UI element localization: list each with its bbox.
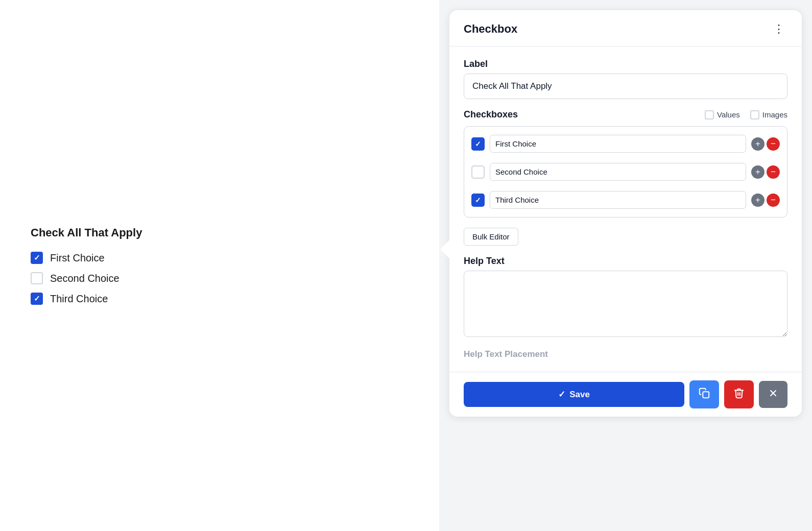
preview-label-second: Second Choice xyxy=(50,273,120,284)
copy-button[interactable] xyxy=(689,380,719,408)
preview-title: Check All That Apply xyxy=(31,226,142,239)
preview-area: Check All That Apply First Choice Second… xyxy=(0,0,444,531)
cb-input-second[interactable] xyxy=(490,163,746,181)
cb-actions-first: + − xyxy=(751,137,780,151)
right-panel: Checkbox ⋮ Label Checkboxes Values xyxy=(439,0,812,531)
help-text-input[interactable] xyxy=(464,271,787,337)
help-text-placement-section: Help Text Placement xyxy=(464,349,787,359)
preview-checkbox-first[interactable] xyxy=(31,252,43,264)
cb-box-first[interactable] xyxy=(471,137,485,151)
cb-add-third[interactable]: + xyxy=(751,194,765,207)
cb-add-second[interactable]: + xyxy=(751,165,765,179)
preview-item-second: Second Choice xyxy=(31,272,142,284)
images-label: Images xyxy=(762,110,787,119)
save-button[interactable]: ✓ Save xyxy=(464,382,684,407)
values-toggle[interactable]: Values xyxy=(705,110,740,119)
panel-title: Checkbox xyxy=(464,22,517,36)
images-toggle[interactable]: Images xyxy=(750,110,787,119)
panel-header: Checkbox ⋮ xyxy=(449,10,802,46)
label-input[interactable] xyxy=(464,74,787,99)
images-checkbox[interactable] xyxy=(750,110,759,119)
preview-checkbox-third[interactable] xyxy=(31,293,43,305)
cb-remove-first[interactable]: − xyxy=(767,137,780,151)
preview-item-third: Third Choice xyxy=(31,293,142,305)
help-text-title: Help Text xyxy=(464,256,787,267)
cb-box-second[interactable] xyxy=(471,165,485,179)
delete-button[interactable] xyxy=(724,380,754,408)
panel-body: Label Checkboxes Values Images xyxy=(449,46,802,372)
cb-add-first[interactable]: + xyxy=(751,137,765,151)
cb-actions-third: + − xyxy=(751,194,780,207)
panel-card: Checkbox ⋮ Label Checkboxes Values xyxy=(449,10,802,417)
cb-box-third[interactable] xyxy=(471,194,485,207)
preview-checkbox-second[interactable] xyxy=(31,272,43,284)
more-options-icon[interactable]: ⋮ xyxy=(770,21,787,37)
save-check-icon: ✓ xyxy=(558,389,565,400)
label-section-title: Label xyxy=(464,59,787,69)
cb-remove-second[interactable]: − xyxy=(767,165,780,179)
bulk-editor-section: Bulk Editor xyxy=(464,228,787,246)
checkbox-row-third: + − xyxy=(469,188,782,212)
preview-label-third: Third Choice xyxy=(50,293,108,305)
svg-rect-0 xyxy=(703,392,709,398)
save-label: Save xyxy=(569,390,590,400)
help-text-section: Help Text xyxy=(464,256,787,339)
trash-icon xyxy=(733,388,745,401)
checkboxes-section: Checkboxes Values Images xyxy=(464,109,787,218)
preview-label-first: First Choice xyxy=(50,252,105,264)
checkbox-row-second: + − xyxy=(469,160,782,184)
checkboxes-header: Checkboxes Values Images xyxy=(464,109,787,120)
copy-icon xyxy=(699,388,710,401)
cb-remove-third[interactable]: − xyxy=(767,194,780,207)
checkbox-row-first: + − xyxy=(469,132,782,156)
preview-item-first: First Choice xyxy=(31,252,142,264)
help-text-placement-label: Help Text Placement xyxy=(464,349,787,359)
bulk-editor-button[interactable]: Bulk Editor xyxy=(464,228,518,246)
values-label: Values xyxy=(717,110,740,119)
checkboxes-list: + − + − xyxy=(464,126,787,218)
cb-input-third[interactable] xyxy=(490,191,746,209)
preview-content: Check All That Apply First Choice Second… xyxy=(31,226,142,305)
values-checkbox[interactable] xyxy=(705,110,714,119)
cb-actions-second: + − xyxy=(751,165,780,179)
label-section: Label xyxy=(464,59,787,99)
action-bar: ✓ Save xyxy=(449,372,802,417)
close-icon xyxy=(768,388,778,401)
close-button[interactable] xyxy=(759,381,787,408)
checkboxes-section-title: Checkboxes xyxy=(464,109,695,120)
arrow-connector xyxy=(440,240,449,258)
cb-input-first[interactable] xyxy=(490,135,746,153)
